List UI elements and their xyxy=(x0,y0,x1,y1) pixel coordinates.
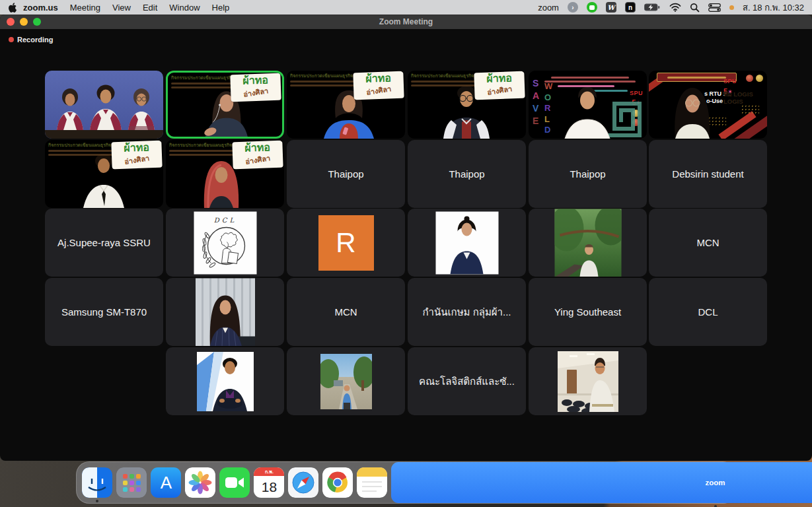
recording-indicator: Recording xyxy=(9,36,53,44)
office-woman-graphic xyxy=(196,278,255,346)
room-man-avatar xyxy=(558,351,618,412)
participant-tile-debsirin[interactable]: Debsirin student xyxy=(649,140,767,208)
participant-tile-thaipop-1[interactable]: Thaipop xyxy=(287,140,405,208)
participant-tile-outdoor[interactable] xyxy=(287,347,405,415)
participant-tile-thaipop-3[interactable]: Thaipop xyxy=(529,140,647,208)
participant-tile-forest[interactable] xyxy=(529,209,647,277)
participant-tile-room-man[interactable] xyxy=(529,347,647,415)
photos-icon xyxy=(185,467,215,498)
menu-window[interactable]: Window xyxy=(163,3,205,13)
participant-name: คณะโลจิสติกส์และซั... xyxy=(419,374,515,389)
participant-tile-crossed-arms-man[interactable] xyxy=(166,347,284,415)
participant-tile-dcl[interactable]: DCL xyxy=(649,278,767,346)
fabric-banner: ผ้าทอ อ่างศิลา xyxy=(230,73,281,102)
dock-finder[interactable] xyxy=(82,467,112,498)
suit-woman-graphic xyxy=(435,211,498,274)
traffic-lights xyxy=(7,18,41,26)
battery-icon-svg xyxy=(644,3,661,11)
logis-woman-graphic xyxy=(649,71,767,139)
participant-tile-suit-woman[interactable] xyxy=(408,209,526,277)
dock-notes[interactable] xyxy=(357,467,387,498)
participant-tile-ying[interactable]: Ying Southeast xyxy=(529,278,647,346)
dock-launchpad[interactable] xyxy=(116,467,147,498)
participant-name: MCN xyxy=(696,237,719,248)
suit-woman-avatar xyxy=(435,211,498,274)
zoom-icon-label: zoom xyxy=(705,479,725,487)
participant-tile-mcn-1[interactable]: MCN xyxy=(649,209,767,277)
control-center-icon-svg xyxy=(708,3,721,12)
participant-tile-kamnan[interactable]: กำนันเกษม กลุ่มผ้า... xyxy=(408,278,526,346)
menu-help[interactable]: Help xyxy=(206,3,236,13)
app-store-letter: A xyxy=(161,473,172,493)
participant-name: Thaipop xyxy=(328,168,363,180)
finder-icon xyxy=(82,467,112,498)
fabric-banner: ผ้าทอ อ่างศิลา xyxy=(232,141,283,169)
zoom-status-label[interactable]: zoom xyxy=(538,3,559,13)
window-title: Zoom Meeting xyxy=(379,17,433,26)
dock-app-store[interactable]: A xyxy=(151,467,181,498)
w-app-icon[interactable]: W xyxy=(606,2,616,13)
control-center-icon[interactable] xyxy=(708,3,721,12)
dock-facetime[interactable] xyxy=(219,467,250,498)
wifi-icon[interactable] xyxy=(669,3,681,12)
menu-edit[interactable]: Edit xyxy=(137,3,163,13)
participant-tile-dcl-logo[interactable]: DCL xyxy=(166,209,284,277)
dock-chrome[interactable] xyxy=(322,467,353,498)
window-title-bar[interactable]: Zoom Meeting xyxy=(0,15,812,29)
apple-menu-icon[interactable] xyxy=(8,3,17,13)
dcl-line-art: DCL xyxy=(194,211,256,274)
forest-photo-graphic xyxy=(554,209,621,277)
recording-label: Recording xyxy=(17,36,53,44)
spotlight-search-icon[interactable] xyxy=(690,3,700,13)
dock-photos[interactable] xyxy=(185,467,215,498)
participant-tile-office-woman[interactable] xyxy=(166,278,284,346)
zoom-meeting-window: Zoom Meeting Recording xyxy=(0,15,812,461)
outdoor-photo-graphic xyxy=(320,354,372,409)
video-tile-blue-shawl-woman[interactable]: กิจกรรมประกวดเขียนแผนธุรกิจ ผ้าทอ อ่างศิ… xyxy=(287,71,405,139)
video-tile-red-hair-woman[interactable]: กิจกรรมประกวดเขียนแผนธุรกิจ ผ้าทอ อ่างศิ… xyxy=(166,140,284,208)
office-woman-avatar xyxy=(196,278,255,346)
participant-name: Debsirin student xyxy=(672,168,743,180)
menu-meeting[interactable]: Meeting xyxy=(64,3,106,13)
recording-dot-icon xyxy=(9,37,14,42)
video-tile-save-world[interactable]: S A V E W O R L D SPU 5✶ xyxy=(529,71,647,139)
video-tile-active-speaker[interactable]: กิจกรรมประกวดเขียนแผนธุรกิจ ผ้าทอ อ่างศิ… xyxy=(166,71,284,139)
n-app-icon[interactable]: n xyxy=(625,2,636,13)
dock-zoom[interactable]: zoom xyxy=(391,462,812,503)
fullscreen-button[interactable] xyxy=(33,18,41,26)
mic-indicator-dot xyxy=(729,5,734,10)
participant-tile-r[interactable]: R xyxy=(287,209,405,277)
close-button[interactable] xyxy=(7,18,15,26)
dock: A xyxy=(76,461,735,504)
calendar-day: 18 xyxy=(262,476,277,498)
participant-name: Thaipop xyxy=(449,168,484,180)
dock-calendar[interactable]: ก.พ. 18 xyxy=(254,467,284,498)
safari-icon xyxy=(288,467,318,498)
dock-area: A xyxy=(0,461,812,504)
participant-tile-samsung[interactable]: Samsung SM-T870 xyxy=(45,278,163,346)
video-tile-students-group[interactable] xyxy=(45,71,163,139)
battery-charging-icon[interactable] xyxy=(644,3,661,11)
video-tile-logis-team[interactable]: SPU 5✶ s RTU : o-Use ทีม LOGIS LOGIS xyxy=(649,71,767,139)
dcl-logo-avatar: DCL xyxy=(194,211,256,274)
video-tile-tie-man[interactable]: กิจกรรมประกวดเขียนแผนธุรกิจ ผ้าทอ อ่างศิ… xyxy=(45,140,163,208)
menu-view[interactable]: View xyxy=(106,3,137,13)
active-app-name[interactable]: zoom.us xyxy=(17,3,64,13)
dock-safari[interactable] xyxy=(288,467,318,498)
facetime-icon xyxy=(219,467,250,498)
line-icon[interactable] xyxy=(587,2,597,13)
menu-bar: zoom.us Meeting View Edit Window Help zo… xyxy=(0,0,812,15)
arrow-circle-icon[interactable]: › xyxy=(568,2,578,13)
video-tile-glasses-man[interactable]: กิจกรรมประกวดเขียนแผนธุรกิจ ผ้าทอ อ่างศิ… xyxy=(408,71,526,139)
menu-bar-clock[interactable]: ส. 18 ก.พ. 10:32 xyxy=(743,1,804,15)
participant-tile-mcn-2[interactable]: MCN xyxy=(287,278,405,346)
participant-tile-thaipop-2[interactable]: Thaipop xyxy=(408,140,526,208)
participant-tile-aj-supee[interactable]: Aj.Supee-raya SSRU xyxy=(45,209,163,277)
participant-tile-logistics[interactable]: คณะโลจิสติกส์และซั... xyxy=(408,347,526,415)
minimize-button[interactable] xyxy=(20,18,28,26)
avatar-initial: R xyxy=(336,227,355,259)
crossed-arms-man-avatar xyxy=(197,352,254,411)
notes-icon xyxy=(357,467,387,498)
forest-photo-avatar xyxy=(554,209,621,277)
save-world-man-graphic xyxy=(529,71,647,139)
